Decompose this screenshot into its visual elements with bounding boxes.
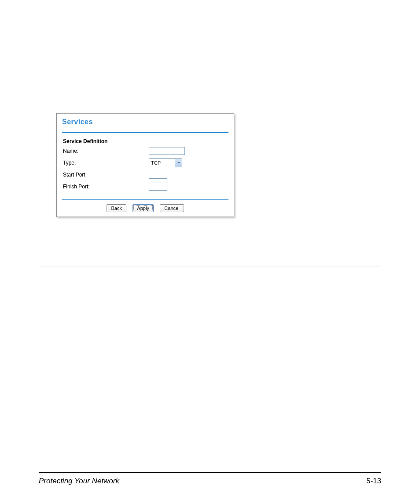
finish-port-input[interactable] (149, 183, 167, 191)
type-label: Type: (63, 160, 149, 166)
service-definition-section: Service Definition Name: Type: TCP Start… (57, 133, 234, 196)
name-row: Name: (63, 146, 228, 156)
services-panel: Services Service Definition Name: Type: … (56, 113, 234, 217)
button-row: Back Apply Cancel (57, 200, 234, 217)
start-port-input[interactable] (149, 171, 167, 179)
back-button[interactable]: Back (107, 204, 126, 212)
apply-button[interactable]: Apply (133, 204, 154, 212)
panel-title: Services (62, 118, 228, 126)
name-input[interactable] (149, 147, 185, 155)
start-port-label: Start Port: (63, 172, 149, 178)
top-horizontal-rule (39, 31, 381, 31)
finish-port-row: Finish Port: (63, 181, 228, 192)
footer-page-number: 5-13 (366, 477, 381, 486)
section-title: Service Definition (63, 138, 228, 144)
mid-horizontal-rule (39, 266, 381, 266)
type-select-value: TCP (151, 160, 161, 166)
name-label: Name: (63, 148, 149, 154)
bottom-horizontal-rule (39, 472, 381, 473)
chevron-down-icon (175, 159, 182, 167)
start-port-row: Start Port: (63, 169, 228, 180)
finish-port-label: Finish Port: (63, 184, 149, 190)
cancel-button[interactable]: Cancel (160, 204, 184, 212)
panel-header: Services (57, 114, 234, 129)
type-select[interactable]: TCP (149, 158, 182, 167)
footer-section-title: Protecting Your Network (39, 477, 119, 486)
type-row: Type: TCP (63, 158, 228, 168)
